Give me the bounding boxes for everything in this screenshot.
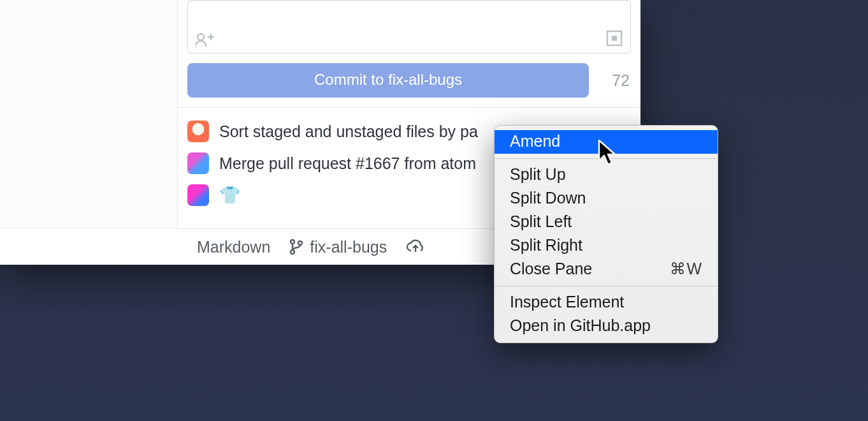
- menu-label: Split Left: [510, 212, 572, 231]
- svg-point-3: [291, 240, 294, 244]
- avatar: [187, 152, 209, 174]
- commit-message: Merge pull request #1667 from atom: [219, 154, 476, 173]
- shirt-emoji: 👕: [219, 187, 241, 204]
- menu-label: Split Up: [510, 165, 566, 184]
- menu-item-split-up[interactable]: Split Up: [495, 163, 718, 187]
- menu-label: Open in GitHub.app: [510, 316, 651, 335]
- menu-label: Amend: [510, 132, 560, 151]
- status-push[interactable]: [406, 239, 425, 255]
- commit-area: Commit to fix-all-bugs 72: [178, 0, 640, 108]
- commit-row: Commit to fix-all-bugs 72: [187, 63, 631, 98]
- menu-label: Inspect Element: [510, 293, 624, 311]
- menu-label: Close Pane: [510, 260, 592, 278]
- avatar: [187, 184, 209, 206]
- add-coauthor-icon[interactable]: [196, 33, 215, 47]
- menu-separator: [495, 158, 718, 159]
- svg-point-4: [291, 250, 294, 254]
- menu-label: Split Down: [510, 189, 586, 207]
- menu-item-split-right[interactable]: Split Right: [495, 234, 718, 258]
- status-branch-label: fix-all-bugs: [310, 238, 387, 256]
- menu-label: Split Right: [510, 236, 582, 255]
- expand-icon[interactable]: [606, 30, 623, 47]
- git-branch-icon: [289, 239, 303, 255]
- avatar: [187, 121, 209, 142]
- left-sidebar: [0, 0, 178, 228]
- commit-message: Sort staged and unstaged files by pa: [219, 122, 478, 141]
- menu-separator: [495, 286, 718, 286]
- status-language[interactable]: Markdown: [197, 238, 270, 256]
- status-branch[interactable]: fix-all-bugs: [289, 238, 387, 256]
- svg-rect-2: [612, 36, 617, 41]
- chars-remaining: 72: [598, 63, 631, 98]
- menu-item-amend[interactable]: Amend: [495, 130, 718, 154]
- menu-item-inspect-element[interactable]: Inspect Element: [495, 291, 718, 314]
- svg-point-5: [298, 241, 302, 245]
- cloud-upload-icon: [406, 239, 425, 255]
- commit-message-input[interactable]: [187, 0, 631, 54]
- svg-point-0: [198, 34, 204, 40]
- menu-item-open-github-app[interactable]: Open in GitHub.app: [495, 314, 718, 338]
- menu-item-close-pane[interactable]: Close Pane ⌘W: [495, 258, 718, 281]
- status-language-label: Markdown: [197, 238, 270, 256]
- menu-shortcut: ⌘W: [670, 260, 702, 278]
- menu-item-split-left[interactable]: Split Left: [495, 211, 718, 234]
- commit-button[interactable]: Commit to fix-all-bugs: [187, 63, 589, 98]
- menu-item-split-down[interactable]: Split Down: [495, 187, 718, 211]
- context-menu: Amend Split Up Split Down Split Left Spl…: [494, 125, 718, 343]
